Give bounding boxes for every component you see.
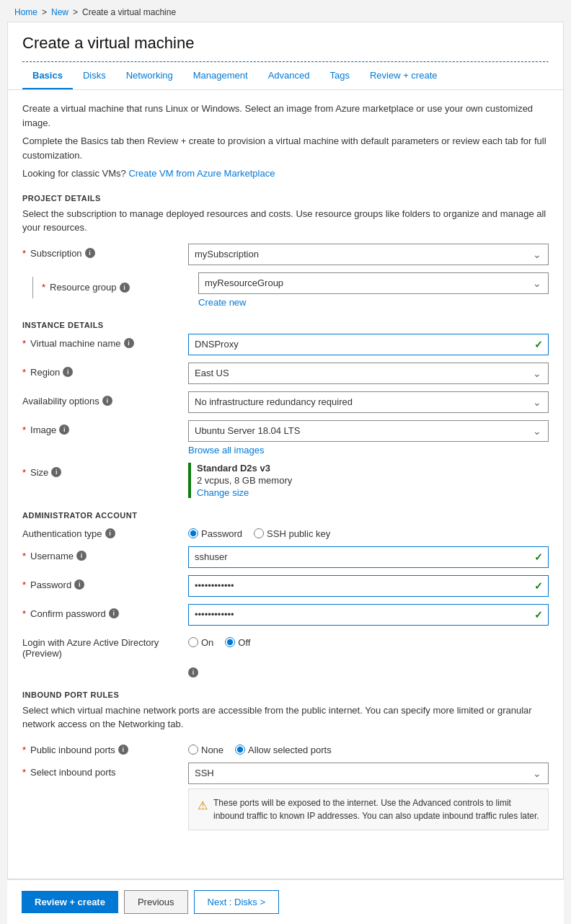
- tab-networking[interactable]: Networking: [116, 63, 183, 89]
- tab-basics[interactable]: Basics: [22, 63, 73, 89]
- aad-on-input[interactable]: [188, 637, 198, 647]
- public-ports-row: * Public inbound ports i None Allow sele…: [22, 740, 549, 755]
- tab-management[interactable]: Management: [183, 63, 258, 89]
- aad-on-radio[interactable]: On: [188, 637, 213, 648]
- allow-ports-radio[interactable]: Allow selected ports: [235, 745, 332, 755]
- tab-tags[interactable]: Tags: [319, 63, 359, 89]
- size-detail: 2 vcpus, 8 GB memory: [197, 475, 549, 486]
- region-label: * Region i: [22, 363, 188, 378]
- region-select[interactable]: East US: [188, 363, 549, 384]
- size-label: * Size i: [22, 463, 188, 478]
- vm-name-label: * Virtual machine name i: [22, 334, 188, 349]
- confirm-password-info-icon[interactable]: i: [109, 608, 119, 618]
- username-control: ✓: [188, 546, 549, 568]
- auth-type-row: Authentication type i Password SSH publi…: [22, 524, 549, 539]
- public-ports-control: None Allow selected ports: [188, 740, 549, 755]
- size-info-icon[interactable]: i: [51, 467, 61, 477]
- auth-ssh-input[interactable]: [254, 528, 264, 538]
- auth-type-info-icon[interactable]: i: [105, 528, 115, 538]
- image-select[interactable]: Ubuntu Server 18.04 LTS: [188, 420, 549, 442]
- password-input[interactable]: [188, 575, 549, 597]
- previous-button[interactable]: Previous: [124, 890, 188, 914]
- description-line2: Complete the Basics tab then Review + cr…: [22, 134, 549, 162]
- aad-off-input[interactable]: [225, 637, 235, 647]
- availability-select[interactable]: No infrastructure redundancy required: [188, 391, 549, 413]
- allow-ports-input[interactable]: [235, 745, 245, 755]
- select-ports-control: SSH ⚠ These ports will be exposed to the…: [188, 763, 549, 830]
- select-ports-select[interactable]: SSH: [188, 763, 549, 784]
- username-checkmark: ✓: [534, 551, 543, 563]
- availability-row: Availability options i No infrastructure…: [22, 391, 549, 413]
- public-ports-radio-group: None Allow selected ports: [188, 740, 549, 755]
- confirm-password-checkmark: ✓: [534, 609, 543, 621]
- tab-advanced[interactable]: Advanced: [258, 63, 320, 89]
- subscription-select[interactable]: mySubscription: [188, 244, 549, 265]
- browse-images-link[interactable]: Browse all images: [188, 445, 549, 456]
- subscription-control: mySubscription: [188, 244, 549, 265]
- page-title: Create a virtual machine: [8, 22, 563, 61]
- description-line1: Create a virtual machine that runs Linux…: [22, 102, 549, 130]
- warning-text: These ports will be exposed to the inter…: [213, 796, 539, 822]
- project-details-title: PROJECT DETAILS: [22, 194, 549, 203]
- auth-type-label: Authentication type i: [22, 524, 188, 539]
- region-info-icon[interactable]: i: [63, 367, 73, 377]
- footer: Review + create Previous Next : Disks >: [7, 879, 564, 924]
- auth-password-input[interactable]: [188, 528, 198, 538]
- description-classic: Looking for classic VMs? Create VM from …: [22, 166, 549, 181]
- vm-name-input[interactable]: [188, 334, 549, 355]
- tab-disks[interactable]: Disks: [73, 63, 116, 89]
- review-create-button[interactable]: Review + create: [22, 891, 118, 913]
- username-input[interactable]: [188, 546, 549, 568]
- password-row: * Password i ✓: [22, 575, 549, 597]
- size-row: * Size i Standard D2s v3 2 vcpus, 8 GB m…: [22, 463, 549, 498]
- none-radio[interactable]: None: [188, 745, 223, 755]
- aad-off-label: Off: [238, 637, 250, 648]
- resource-group-select[interactable]: myResourceGroup: [198, 272, 549, 294]
- subscription-row: * Subscription i mySubscription: [22, 244, 549, 265]
- auth-type-radio-group: Password SSH public key: [188, 524, 549, 539]
- aad-row: Login with Azure Active Directory (Previ…: [22, 633, 549, 659]
- create-new-resource-group-link[interactable]: Create new: [198, 297, 549, 308]
- form-area: Create a virtual machine that runs Linux…: [8, 90, 563, 879]
- aad-off-radio[interactable]: Off: [225, 637, 250, 648]
- auth-password-radio[interactable]: Password: [188, 528, 242, 539]
- project-details-desc: Select the subscription to manage deploy…: [22, 207, 549, 235]
- password-info-icon[interactable]: i: [74, 579, 84, 590]
- auth-password-label: Password: [201, 528, 242, 539]
- warning-icon: ⚠: [198, 797, 208, 814]
- aad-extra-info-icon[interactable]: i: [188, 667, 198, 678]
- breadcrumb-current: Create a virtual machine: [82, 7, 176, 17]
- vm-name-control: ✓: [188, 334, 549, 355]
- password-checkmark: ✓: [534, 580, 543, 592]
- auth-ssh-radio[interactable]: SSH public key: [254, 528, 330, 539]
- aad-label: Login with Azure Active Directory (Previ…: [22, 633, 188, 659]
- resource-group-info-icon[interactable]: i: [120, 283, 130, 293]
- username-info-icon[interactable]: i: [76, 551, 87, 561]
- warning-box: ⚠ These ports will be exposed to the int…: [188, 788, 549, 830]
- image-control: Ubuntu Server 18.04 LTS Browse all image…: [188, 420, 549, 456]
- vm-name-info-icon[interactable]: i: [124, 338, 134, 348]
- availability-control: No infrastructure redundancy required: [188, 391, 549, 413]
- resource-group-control: myResourceGroup Create new: [198, 272, 549, 308]
- region-row: * Region i East US: [22, 363, 549, 384]
- subscription-info-icon[interactable]: i: [85, 248, 95, 258]
- breadcrumb-home[interactable]: Home: [14, 7, 37, 17]
- select-ports-label: * Select inbound ports: [22, 763, 188, 778]
- username-label: * Username i: [22, 546, 188, 561]
- image-row: * Image i Ubuntu Server 18.04 LTS Browse…: [22, 420, 549, 456]
- public-ports-label: * Public inbound ports i: [22, 740, 188, 755]
- image-info-icon[interactable]: i: [59, 425, 69, 435]
- tab-review-create[interactable]: Review + create: [360, 63, 448, 89]
- select-ports-row: * Select inbound ports SSH ⚠ These ports…: [22, 763, 549, 830]
- breadcrumb-new[interactable]: New: [51, 7, 68, 17]
- subscription-label: * Subscription i: [22, 244, 188, 259]
- create-vm-marketplace-link[interactable]: Create VM from Azure Marketplace: [128, 168, 275, 179]
- breadcrumb: Home > New > Create a virtual machine: [0, 0, 571, 22]
- public-ports-info-icon[interactable]: i: [118, 745, 128, 755]
- next-button[interactable]: Next : Disks >: [194, 890, 280, 914]
- auth-ssh-label: SSH public key: [267, 528, 330, 539]
- confirm-password-input[interactable]: [188, 604, 549, 626]
- none-input[interactable]: [188, 745, 198, 755]
- availability-info-icon[interactable]: i: [102, 396, 112, 406]
- change-size-link[interactable]: Change size: [197, 487, 249, 498]
